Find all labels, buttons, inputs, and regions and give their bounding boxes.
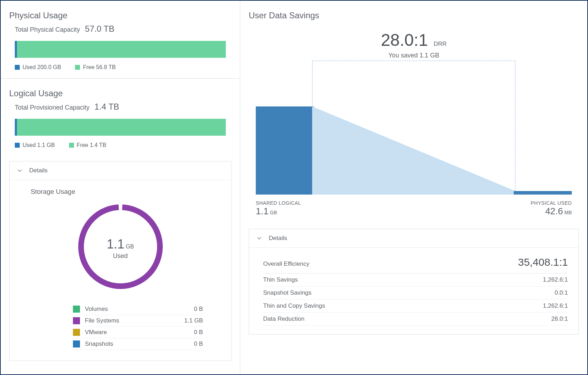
logical-used-legend-text: Used 1.1 GB (23, 142, 55, 148)
logical-details-toggle[interactable]: Details (10, 161, 231, 180)
savings-details-label: Details (269, 235, 287, 242)
physical-capacity-label: Total Physical Capacity (15, 26, 80, 33)
physical-usage-title: Physical Usage (1, 1, 240, 24)
physical-used-legend: Used 200.0 GB (15, 64, 61, 70)
physical-used-legend-text: Used 200.0 GB (23, 64, 61, 70)
logical-used-legend: Used 1.1 GB (15, 142, 55, 148)
physical-used-unit: MB (564, 210, 572, 215)
efficiency-row-label: Thin Savings (263, 276, 298, 283)
storage-row-label: Snapshots (85, 340, 161, 348)
logical-free-segment (17, 119, 226, 136)
storage-row: VMware0 B (73, 327, 203, 338)
drr-value: 28.0:1 (381, 30, 428, 50)
storage-row: Snapshots0 B (73, 338, 203, 350)
category-swatch-icon (73, 329, 80, 336)
savings-details-toggle[interactable]: Details (249, 229, 578, 248)
storage-usage-donut: 1.1GB Used (10, 196, 231, 301)
physical-free-legend: Free 56.8 TB (75, 64, 116, 70)
efficiency-row-value: 35,408.1:1 (518, 256, 568, 268)
savings-details-card: Details Overall Efficiency35,408.1:1Thin… (249, 229, 579, 334)
physical-usage-bar (15, 41, 226, 58)
drr-unit: DRR (434, 41, 447, 47)
chevron-down-icon (17, 168, 22, 173)
efficiency-row: Data Reduction28.0:1 (263, 313, 568, 326)
reduction-triangle (312, 106, 515, 195)
free-swatch-icon (69, 143, 74, 148)
dashed-bracket (312, 61, 515, 70)
shared-logical-label: SHARED LOGICAL (256, 200, 301, 206)
category-swatch-icon (73, 306, 80, 313)
logical-usage-title: Logical Usage (1, 79, 240, 102)
left-column: Physical Usage Total Physical Capacity 5… (1, 1, 240, 374)
storage-row: File Systems1.1 GB (73, 315, 203, 327)
logical-usage-bar (15, 119, 226, 136)
donut-unit: GB (126, 244, 134, 250)
efficiency-row-value: 1,262.6:1 (543, 302, 568, 309)
storage-row-value: 0 B (161, 306, 203, 313)
physical-free-segment (17, 41, 226, 58)
shared-logical-value: 1.1 (256, 206, 268, 216)
storage-row-value: 0 B (161, 329, 203, 336)
free-swatch-icon (75, 65, 80, 70)
efficiency-row-label: Thin and Copy Savings (263, 302, 325, 309)
physical-free-legend-text: Free 56.8 TB (83, 64, 116, 70)
shared-logical-bar (256, 106, 314, 195)
storage-row-value: 1.1 GB (161, 317, 203, 324)
efficiency-list: Overall Efficiency35,408.1:1Thin Savings… (249, 248, 578, 334)
efficiency-row: Snapshot Savings0.0:1 (263, 287, 568, 300)
storage-rows: Volumes0 BFile Systems1.1 GBVMware0 BSna… (10, 301, 231, 361)
efficiency-row-label: Overall Efficiency (263, 260, 309, 268)
physical-used-value: 42.6 (545, 206, 563, 216)
logical-details-card: Details Storage Usage 1.1GB Used Volumes… (9, 161, 231, 361)
logical-details-label: Details (29, 167, 48, 174)
svg-marker-1 (312, 106, 515, 195)
efficiency-row-value: 0.0:1 (555, 289, 568, 296)
logical-usage-panel: Logical Usage Total Provisioned Capacity… (1, 79, 240, 369)
logical-capacity-value: 1.4 TB (94, 102, 119, 112)
efficiency-row: Thin Savings1,262.6:1 (263, 273, 568, 287)
storage-usage-title: Storage Usage (10, 180, 231, 196)
physical-capacity-value: 57.0 TB (85, 24, 114, 34)
physical-used-bar (514, 191, 572, 195)
efficiency-row-label: Data Reduction (263, 315, 304, 322)
used-swatch-icon (15, 143, 20, 148)
donut-sub: Used (107, 252, 134, 260)
category-swatch-icon (73, 317, 80, 324)
chevron-down-icon (257, 236, 262, 241)
physical-usage-panel: Physical Usage Total Physical Capacity 5… (1, 1, 240, 78)
shared-logical-unit: GB (270, 210, 277, 215)
efficiency-row-value: 1,262.6:1 (543, 276, 568, 283)
drr-saved-line: You saved 1.1 GB (249, 52, 579, 59)
efficiency-row-value: 28.0:1 (551, 315, 568, 322)
donut-value: 1.1 (107, 237, 124, 251)
savings-area: 28.0:1 DRR You saved 1.1 GB SHARED LOGIC… (240, 24, 587, 224)
efficiency-row-label: Snapshot Savings (263, 289, 311, 296)
logical-capacity-label: Total Provisioned Capacity (15, 104, 89, 111)
storage-row-value: 0 B (161, 340, 203, 348)
physical-used-label-block: PHYSICAL USED 42.6MB (531, 200, 572, 217)
storage-row-label: VMware (85, 329, 161, 336)
savings-title: User Data Savings (240, 1, 587, 24)
logical-free-legend-text: Free 1.4 TB (77, 142, 106, 148)
storage-row-label: Volumes (85, 306, 161, 313)
category-swatch-icon (73, 340, 80, 348)
shared-logical-label-block: SHARED LOGICAL 1.1GB (256, 200, 301, 217)
storage-row: Volumes0 B (73, 303, 203, 315)
storage-row-label: File Systems (85, 317, 161, 324)
right-column: User Data Savings 28.0:1 DRR You saved 1… (240, 1, 587, 374)
physical-used-label: PHYSICAL USED (531, 200, 572, 206)
logical-free-legend: Free 1.4 TB (69, 142, 106, 148)
savings-funnel-chart (256, 61, 572, 198)
used-swatch-icon (15, 65, 20, 70)
efficiency-row: Overall Efficiency35,408.1:1 (263, 251, 568, 273)
efficiency-row: Thin and Copy Savings1,262.6:1 (263, 300, 568, 313)
